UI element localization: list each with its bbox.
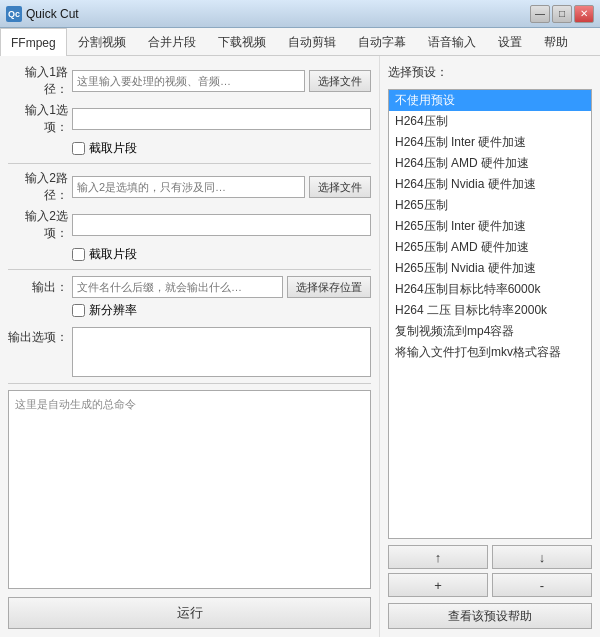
left-panel: 输入1路径： 选择文件 输入1选项： 截取片段 输入2路径： 选择文件 输入2选… bbox=[0, 56, 380, 637]
command-area: 这里是自动生成的总命令 bbox=[8, 390, 371, 589]
preset-item[interactable]: H265压制 Nvidia 硬件加速 bbox=[389, 258, 591, 279]
divider3 bbox=[8, 383, 371, 384]
input2-options-field[interactable] bbox=[72, 214, 371, 236]
preset-item[interactable]: H264压制 Nvidia 硬件加速 bbox=[389, 174, 591, 195]
output-choose-button[interactable]: 选择保存位置 bbox=[287, 276, 371, 298]
input1-path-field[interactable] bbox=[72, 70, 305, 92]
preset-item[interactable]: H265压制 bbox=[389, 195, 591, 216]
tab-autocut[interactable]: 自动剪辑 bbox=[277, 28, 347, 55]
maximize-button[interactable]: □ bbox=[552, 5, 572, 23]
preset-item[interactable]: 将输入文件打包到mkv格式容器 bbox=[389, 342, 591, 363]
input1-choose-button[interactable]: 选择文件 bbox=[309, 70, 371, 92]
input1-options-label: 输入1选项： bbox=[8, 102, 68, 136]
preset-section-label: 选择预设： bbox=[388, 64, 592, 81]
output-options-row: 输出选项： bbox=[8, 327, 371, 377]
preset-item[interactable]: H264压制目标比特率6000k bbox=[389, 279, 591, 300]
minimize-button[interactable]: — bbox=[530, 5, 550, 23]
app-title: Quick Cut bbox=[26, 7, 530, 21]
preset-item[interactable]: H264压制 Inter 硬件加速 bbox=[389, 132, 591, 153]
input2-path-label: 输入2路径： bbox=[8, 170, 68, 204]
output-label: 输出： bbox=[8, 279, 68, 296]
tab-download[interactable]: 下载视频 bbox=[207, 28, 277, 55]
input2-clip-checkbox[interactable] bbox=[72, 248, 85, 261]
output-field[interactable] bbox=[72, 276, 283, 298]
preset-item[interactable]: H265压制 AMD 硬件加速 bbox=[389, 237, 591, 258]
tab-help[interactable]: 帮助 bbox=[533, 28, 579, 55]
preset-item[interactable]: H264压制 bbox=[389, 111, 591, 132]
output-options-label: 输出选项： bbox=[8, 327, 68, 346]
input1-clip-row: 截取片段 bbox=[8, 140, 371, 157]
input1-options-field[interactable] bbox=[72, 108, 371, 130]
input2-path-field[interactable] bbox=[72, 176, 305, 198]
tab-merge[interactable]: 合并片段 bbox=[137, 28, 207, 55]
input2-clip-row: 截取片段 bbox=[8, 246, 371, 263]
tab-voiceinput[interactable]: 语音输入 bbox=[417, 28, 487, 55]
divider2 bbox=[8, 269, 371, 270]
new-res-label: 新分辨率 bbox=[89, 302, 137, 319]
input2-options-label: 输入2选项： bbox=[8, 208, 68, 242]
new-res-row: 新分辨率 bbox=[8, 302, 371, 319]
tab-settings[interactable]: 设置 bbox=[487, 28, 533, 55]
preset-buttons: ↑ ↓ + - bbox=[388, 545, 592, 597]
preset-up-button[interactable]: ↑ bbox=[388, 545, 488, 569]
tab-subtitle[interactable]: 自动字幕 bbox=[347, 28, 417, 55]
input1-clip-checkbox[interactable] bbox=[72, 142, 85, 155]
preset-add-button[interactable]: + bbox=[388, 573, 488, 597]
menu-bar: FFmpeg 分割视频 合并片段 下载视频 自动剪辑 自动字幕 语音输入 设置 … bbox=[0, 28, 600, 56]
divider1 bbox=[8, 163, 371, 164]
preset-item[interactable]: 复制视频流到mp4容器 bbox=[389, 321, 591, 342]
command-text: 这里是自动生成的总命令 bbox=[15, 398, 136, 410]
preset-item[interactable]: 不使用预设 bbox=[389, 90, 591, 111]
input1-path-row: 输入1路径： 选择文件 bbox=[8, 64, 371, 98]
close-button[interactable]: ✕ bbox=[574, 5, 594, 23]
tab-ffmpeg[interactable]: FFmpeg bbox=[0, 28, 67, 56]
main-container: 输入1路径： 选择文件 输入1选项： 截取片段 输入2路径： 选择文件 输入2选… bbox=[0, 56, 600, 637]
input2-choose-button[interactable]: 选择文件 bbox=[309, 176, 371, 198]
new-res-checkbox[interactable] bbox=[72, 304, 85, 317]
input1-clip-label: 截取片段 bbox=[89, 140, 137, 157]
run-button[interactable]: 运行 bbox=[8, 597, 371, 629]
preset-item[interactable]: H265压制 Inter 硬件加速 bbox=[389, 216, 591, 237]
preset-down-button[interactable]: ↓ bbox=[492, 545, 592, 569]
preset-item[interactable]: H264压制 AMD 硬件加速 bbox=[389, 153, 591, 174]
window-controls: — □ ✕ bbox=[530, 5, 594, 23]
app-icon: Qc bbox=[6, 6, 22, 22]
preset-help-button[interactable]: 查看该预设帮助 bbox=[388, 603, 592, 629]
input2-path-row: 输入2路径： 选择文件 bbox=[8, 170, 371, 204]
preset-list[interactable]: 不使用预设H264压制H264压制 Inter 硬件加速H264压制 AMD 硬… bbox=[388, 89, 592, 539]
right-panel: 选择预设： 不使用预设H264压制H264压制 Inter 硬件加速H264压制… bbox=[380, 56, 600, 637]
input2-clip-label: 截取片段 bbox=[89, 246, 137, 263]
input1-options-row: 输入1选项： bbox=[8, 102, 371, 136]
tab-split[interactable]: 分割视频 bbox=[67, 28, 137, 55]
preset-remove-button[interactable]: - bbox=[492, 573, 592, 597]
preset-item[interactable]: H264 二压 目标比特率2000k bbox=[389, 300, 591, 321]
output-row: 输出： 选择保存位置 bbox=[8, 276, 371, 298]
input1-path-label: 输入1路径： bbox=[8, 64, 68, 98]
title-bar: Qc Quick Cut — □ ✕ bbox=[0, 0, 600, 28]
input2-options-row: 输入2选项： bbox=[8, 208, 371, 242]
output-options-field[interactable] bbox=[72, 327, 371, 377]
